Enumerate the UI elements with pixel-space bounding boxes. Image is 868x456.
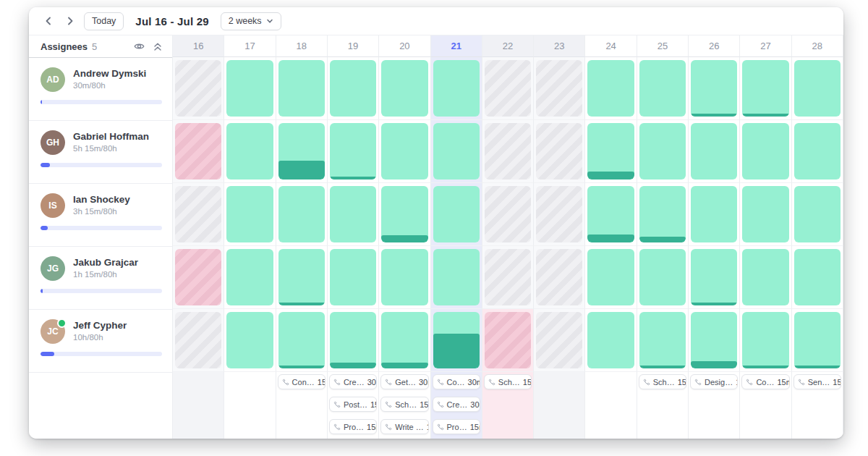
assignee-row[interactable]: ISIan Shockey3h 15m/80h [29,184,172,247]
availability-cell[interactable] [173,120,224,183]
day-header[interactable]: 24 [585,35,637,57]
task-chip[interactable]: Pro…15m [329,419,377,434]
availability-cell[interactable] [173,246,224,309]
availability-cell[interactable] [534,309,585,372]
availability-cell[interactable] [637,120,689,183]
availability-cell[interactable] [534,120,585,183]
task-chip[interactable]: Sch…15m [380,397,428,412]
availability-cell[interactable] [637,309,689,372]
availability-cell[interactable] [637,57,689,120]
availability-cell[interactable] [792,57,843,120]
task-chip[interactable]: Sen…15m [793,374,841,389]
availability-cell[interactable] [482,57,534,120]
day-header[interactable]: 25 [637,35,689,57]
availability-cell[interactable] [276,120,328,183]
task-chip[interactable]: Con…15m [278,374,326,389]
task-chip[interactable]: Co…30m [433,374,480,389]
day-header[interactable]: 20 [379,35,430,57]
availability-cell[interactable] [792,309,843,372]
availability-cell[interactable] [224,120,276,183]
availability-cell[interactable] [224,183,276,246]
availability-cell[interactable] [689,309,740,372]
availability-cell[interactable] [689,57,740,120]
nav-back-button[interactable] [41,12,56,30]
task-chip[interactable]: Post…15m [329,397,377,412]
availability-cell[interactable] [276,309,328,372]
day-header[interactable]: 18 [276,35,328,57]
task-chip[interactable]: Get…30m [380,374,428,389]
view-selector-button[interactable]: 2 weeks [221,12,281,30]
availability-cell[interactable] [534,57,585,120]
availability-cell[interactable] [224,246,276,309]
task-chip[interactable]: Sch…15m [639,374,686,389]
availability-cell[interactable] [482,183,534,246]
availability-cell[interactable] [173,57,224,120]
task-chip[interactable]: Write …1h [380,419,428,434]
day-header[interactable]: 19 [328,35,379,57]
availability-cell[interactable] [689,246,740,309]
availability-cell[interactable] [431,246,482,309]
availability-cell[interactable] [431,57,482,120]
availability-cell[interactable] [431,183,482,246]
availability-cell[interactable] [637,246,689,309]
day-header[interactable]: 16 [173,35,224,57]
day-header[interactable]: 21 [431,35,482,57]
availability-cell[interactable] [328,183,379,246]
nav-forward-button[interactable] [62,12,78,30]
availability-cell[interactable] [482,309,534,372]
availability-cell[interactable] [740,120,791,183]
availability-cell[interactable] [276,183,328,246]
task-chip[interactable]: Sch…15m [484,374,532,389]
availability-cell[interactable] [482,246,534,309]
availability-cell[interactable] [740,183,791,246]
day-header[interactable]: 22 [482,35,534,57]
availability-cell[interactable] [224,309,276,372]
assignee-row[interactable]: GHGabriel Hoffman5h 15m/80h [29,121,172,184]
today-button[interactable]: Today [84,12,124,30]
eye-icon[interactable] [134,42,145,51]
availability-cell[interactable] [585,183,637,246]
task-chip[interactable]: Cre…30m [329,374,377,389]
task-chip[interactable]: Cre…30m [433,397,480,412]
availability-cell[interactable] [585,246,637,309]
day-header[interactable]: 26 [689,35,740,57]
availability-cell[interactable] [740,309,791,372]
availability-cell[interactable] [431,120,482,183]
availability-cell[interactable] [328,120,379,183]
availability-cell[interactable] [534,246,585,309]
availability-cell[interactable] [276,246,328,309]
assignee-row[interactable]: JGJakub Grajcar1h 15m/80h [29,247,172,310]
availability-cell[interactable] [585,309,637,372]
day-header[interactable]: 28 [792,35,843,57]
availability-cell[interactable] [431,309,482,372]
availability-cell[interactable] [173,183,224,246]
availability-cell[interactable] [689,120,740,183]
collapse-icon[interactable] [153,42,162,51]
availability-cell[interactable] [740,57,791,120]
availability-cell[interactable] [792,246,843,309]
day-header[interactable]: 27 [740,35,791,57]
task-chip[interactable]: Desig…1h [690,374,738,389]
availability-cell[interactable] [379,246,430,309]
availability-cell[interactable] [328,57,379,120]
assignee-row[interactable]: ADAndrew Dymski30m/80h [29,58,172,121]
task-chip[interactable]: Pro…15m [433,419,480,434]
availability-cell[interactable] [585,120,637,183]
availability-cell[interactable] [482,120,534,183]
availability-cell[interactable] [173,309,224,372]
availability-cell[interactable] [379,57,430,120]
availability-cell[interactable] [328,246,379,309]
availability-cell[interactable] [379,120,430,183]
task-chip[interactable]: Co…15m [741,374,789,389]
availability-cell[interactable] [792,183,843,246]
day-header[interactable]: 23 [534,35,585,57]
availability-cell[interactable] [328,309,379,372]
availability-cell[interactable] [637,183,689,246]
assignee-row[interactable]: JCJeff Cypher10h/80h [29,310,172,373]
availability-cell[interactable] [534,183,585,246]
availability-cell[interactable] [740,246,791,309]
availability-cell[interactable] [224,57,276,120]
availability-cell[interactable] [379,309,430,372]
availability-cell[interactable] [276,57,328,120]
availability-cell[interactable] [792,120,843,183]
